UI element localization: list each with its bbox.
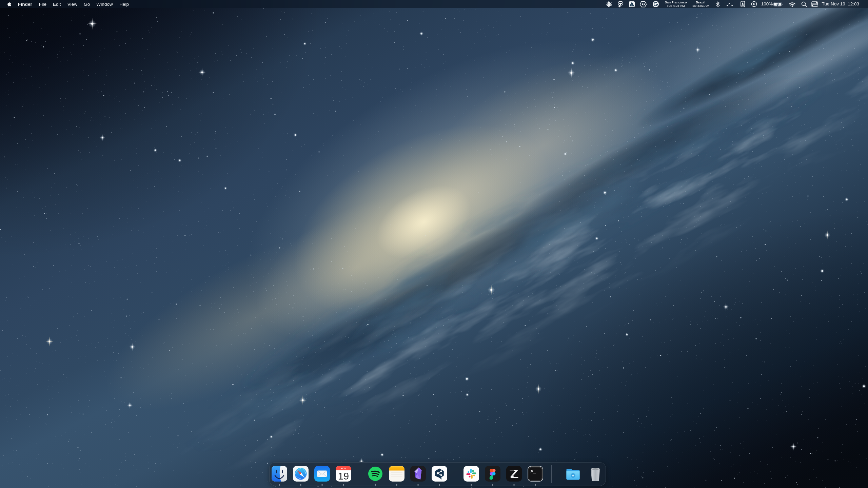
svg-text:NOV: NOV: [341, 467, 346, 470]
svg-text:19: 19: [338, 471, 349, 482]
svg-text:>_: >_: [530, 469, 536, 474]
